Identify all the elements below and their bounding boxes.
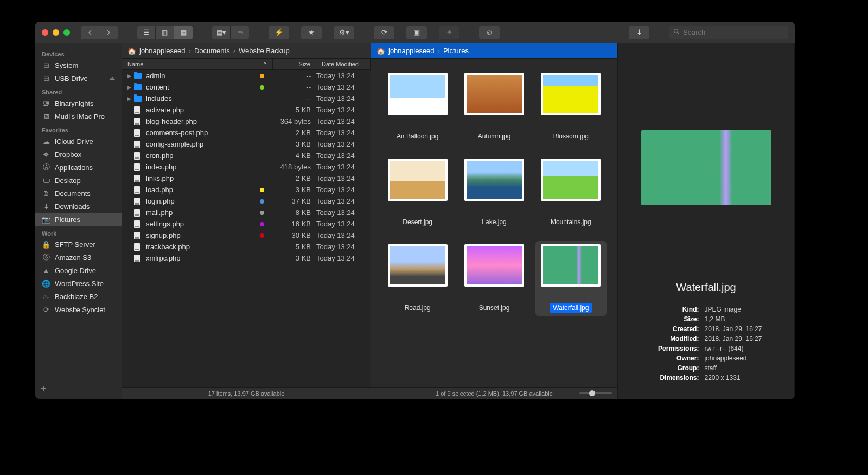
file-row[interactable]: settings.php16 KBToday 13:24 <box>122 218 371 230</box>
list-view-button[interactable]: ☰ <box>137 26 156 39</box>
sidebar-item[interactable]: 🌐WordPress Site <box>35 277 122 290</box>
grid-item[interactable]: Mountains.jpg <box>535 155 607 230</box>
file-row[interactable]: mail.php8 KBToday 13:24 <box>122 207 371 218</box>
grid-item[interactable]: Sunset.jpg <box>458 241 529 316</box>
info-label: Dimensions: <box>650 374 704 382</box>
icon-size-slider[interactable] <box>579 392 612 394</box>
file-row[interactable]: ▶includes--Today 13:24 <box>122 93 371 104</box>
sidebar-item[interactable]: ❖Dropbox <box>35 148 122 161</box>
sidebar-section-header: Work <box>35 226 122 238</box>
breadcrumb-segment[interactable]: Pictures <box>443 47 469 55</box>
search-box[interactable] <box>669 26 788 39</box>
breadcrumb-segment[interactable]: Documents <box>194 47 230 55</box>
sidebar-item[interactable]: ⬇Downloads <box>35 200 122 213</box>
file-row[interactable]: config-sample.php3 KBToday 13:24 <box>122 138 371 150</box>
svg-point-0 <box>674 29 678 33</box>
activity-button[interactable]: ⬇ <box>629 26 649 39</box>
quick-open-button[interactable]: ⚡ <box>269 26 289 39</box>
file-date: Today 13:24 <box>311 208 365 217</box>
forward-button[interactable] <box>99 26 118 39</box>
eject-icon[interactable]: ⏏ <box>110 75 115 82</box>
file-row[interactable]: xmlrpc.php3 KBToday 13:24 <box>122 252 371 264</box>
file-row[interactable]: blog-header.php364 bytesToday 13:24 <box>122 116 371 127</box>
breadcrumb-separator-icon: › <box>233 47 235 55</box>
globe-icon: 🌐 <box>42 279 50 288</box>
disclosure-icon[interactable]: ▶ <box>127 85 134 90</box>
breadcrumb-segment[interactable]: johnappleseed <box>388 47 435 55</box>
file-row[interactable]: activate.php5 KBToday 13:24 <box>122 104 371 116</box>
file-row[interactable]: ▶admin--Today 13:24 <box>122 70 371 81</box>
sidebar-item[interactable]: ⓢAmazon S3 <box>35 251 122 264</box>
file-row[interactable]: load.php3 KBToday 13:24 <box>122 184 371 195</box>
grid-item[interactable]: Lake.jpg <box>458 155 529 230</box>
grid-item[interactable]: Autumn.jpg <box>458 69 529 144</box>
thumbnail <box>388 159 448 201</box>
grid-item[interactable]: Air Balloon.jpg <box>382 69 453 144</box>
sidebar-item-label: Desktop <box>55 176 81 185</box>
file-size: 16 KB <box>267 220 311 228</box>
file-list[interactable]: ▶admin--Today 13:24▶content--Today 13:24… <box>122 70 371 387</box>
info-row: Permissions:rw-r--r-- (644) <box>650 344 762 353</box>
breadcrumb-segment[interactable]: johnappleseed <box>139 47 186 55</box>
close-button[interactable] <box>42 29 48 36</box>
file-row[interactable]: trackback.php5 KBToday 13:24 <box>122 241 371 252</box>
column-view-button[interactable]: ▥ <box>156 26 174 39</box>
icon-grid[interactable]: Air Balloon.jpgAutumn.jpgBlossom.jpgDese… <box>371 59 617 387</box>
icon-view-button[interactable]: ▦ <box>174 26 193 39</box>
file-icon <box>134 175 140 182</box>
grid-item[interactable]: Desert.jpg <box>382 155 453 230</box>
file-name: activate.php <box>146 106 267 114</box>
breadcrumb-left[interactable]: 🏠 johnappleseed›Documents›Website Backup <box>122 43 371 59</box>
compress-button[interactable]: ▭ <box>231 26 249 39</box>
sidebar-item[interactable]: 🖵Desktop <box>35 174 122 187</box>
sidebar-item[interactable]: 🔒SFTP Server <box>35 238 122 251</box>
file-row[interactable]: links.php2 KBToday 13:24 <box>122 173 371 184</box>
file-row[interactable]: signup.php30 KBToday 13:24 <box>122 230 371 241</box>
search-icon <box>673 28 680 36</box>
file-row[interactable]: ▶content--Today 13:24 <box>122 81 371 93</box>
file-row[interactable]: index.php418 bytesToday 13:24 <box>122 161 371 173</box>
sidebar-item[interactable]: ♨Backblaze B2 <box>35 290 122 303</box>
sidebar-item[interactable]: 🖥Mudi's iMac Pro <box>35 110 122 123</box>
file-row[interactable]: login.php37 KBToday 13:24 <box>122 195 371 207</box>
add-sidebar-item-button[interactable]: + <box>41 383 47 395</box>
file-name: cron.php <box>146 151 267 160</box>
minimize-button[interactable] <box>53 29 59 36</box>
file-row[interactable]: comments-post.php2 KBToday 13:24 <box>122 127 371 138</box>
file-icon <box>134 118 140 125</box>
favorite-button[interactable]: ★ <box>301 26 322 39</box>
sidebar-item[interactable]: 📷Pictures <box>35 213 122 226</box>
file-row[interactable]: cron.php4 KBToday 13:24 <box>122 150 371 161</box>
sidebar-section-header: Favorites <box>35 123 122 135</box>
action-button[interactable]: ⚙▾ <box>334 26 354 39</box>
grid-item[interactable]: Blossom.jpg <box>535 69 607 144</box>
grid-item[interactable]: Waterfall.jpg <box>535 241 607 316</box>
sidebar-item[interactable]: ⒶApplications <box>35 161 122 174</box>
preview-button[interactable]: ☺ <box>479 26 500 39</box>
sync-button[interactable]: ⟳ <box>374 26 394 39</box>
back-button[interactable] <box>81 26 99 39</box>
sidebar-item[interactable]: 🖳Binarynights <box>35 97 122 110</box>
column-date[interactable]: Date Modified <box>316 59 371 69</box>
column-size[interactable]: Size <box>273 59 316 69</box>
sidebar-item[interactable]: ⊟System <box>35 59 122 72</box>
grid-item[interactable]: Road.jpg <box>382 241 453 316</box>
color-tag <box>260 222 264 226</box>
breadcrumb-segment[interactable]: Website Backup <box>239 47 290 55</box>
column-name[interactable]: Name⌃ <box>122 59 273 69</box>
sidebar-item[interactable]: ▲Google Drive <box>35 264 122 277</box>
arrange-button[interactable]: ▤▾ <box>212 26 231 39</box>
sidebar-item[interactable]: ☁iCloud Drive <box>35 135 122 148</box>
maximize-button[interactable] <box>63 29 70 36</box>
nav-buttons <box>81 26 118 39</box>
file-icon <box>134 209 140 217</box>
search-input[interactable] <box>683 28 784 36</box>
sidebar-item[interactable]: 🗎Documents <box>35 187 122 200</box>
breadcrumb-right[interactable]: 🏠 johnappleseed›Pictures <box>371 43 617 59</box>
sidebar-item[interactable]: ⟳Website Synclet <box>35 303 122 316</box>
disclosure-icon[interactable]: ▶ <box>127 96 134 102</box>
info-label: Owner: <box>650 354 704 362</box>
disclosure-icon[interactable]: ▶ <box>127 73 134 79</box>
sidebar-item[interactable]: ⊟USB Drive⏏ <box>35 72 122 85</box>
terminal-button[interactable]: ▣ <box>406 26 427 39</box>
